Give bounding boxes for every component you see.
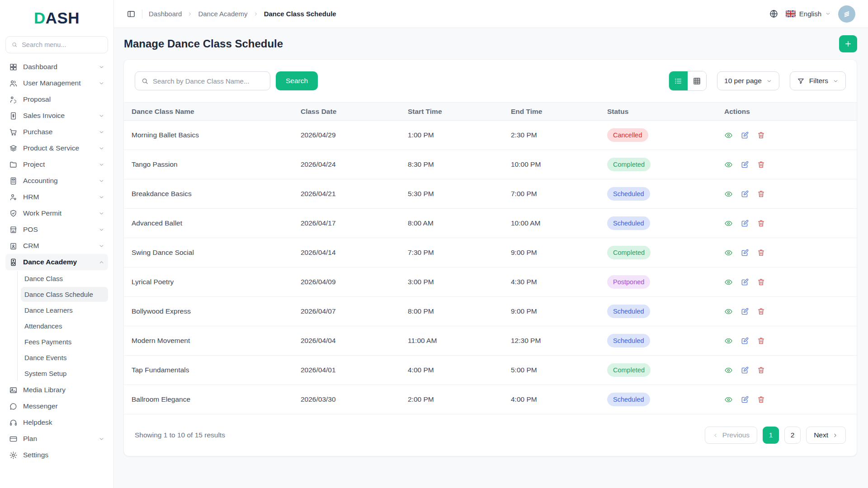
- sidebar-subitem-dance-class[interactable]: Dance Class: [21, 271, 108, 286]
- previous-page-button[interactable]: Previous: [705, 427, 757, 444]
- chevron-down-icon: [99, 145, 104, 151]
- chat-icon: [9, 402, 18, 411]
- globe-icon[interactable]: [769, 9, 778, 19]
- trash-icon: [757, 307, 765, 316]
- cell-end-time: 10:00 AM: [504, 209, 600, 238]
- grid-view-button[interactable]: [688, 71, 706, 90]
- sidebar-item-work-permit[interactable]: Work Permit: [5, 205, 108, 221]
- cell-start-time: 1:00 PM: [401, 121, 504, 150]
- view-button[interactable]: [724, 395, 733, 404]
- sidebar-item-purchase[interactable]: Purchase: [5, 124, 108, 140]
- cell-class-date: 2026/04/14: [293, 238, 401, 267]
- edit-button[interactable]: [741, 131, 749, 140]
- breadcrumb-item-dance-academy[interactable]: Dance Academy: [198, 10, 247, 18]
- sidebar-item-helpdesk[interactable]: Helpdesk: [5, 414, 108, 431]
- sidebar-item-dance-academy[interactable]: Dance Academy: [5, 254, 108, 270]
- sidebar-item-accounting[interactable]: Accounting: [5, 173, 108, 189]
- sidebar-item-label: Helpdesk: [23, 418, 52, 427]
- cell-start-time: 11:00 AM: [401, 326, 504, 356]
- search-button[interactable]: Search: [276, 71, 318, 90]
- view-button[interactable]: [724, 219, 733, 228]
- next-page-button[interactable]: Next: [806, 427, 846, 444]
- sidebar-item-project[interactable]: Project: [5, 156, 108, 173]
- view-button[interactable]: [724, 190, 733, 198]
- sidebar-search-input[interactable]: [22, 41, 102, 48]
- chevron-down-icon: [99, 80, 104, 86]
- sidebar-item-label: Proposal: [23, 95, 51, 103]
- edit-button[interactable]: [741, 307, 749, 316]
- sidebar-item-plan[interactable]: Plan: [5, 431, 108, 447]
- sidebar-toggle-icon[interactable]: [127, 9, 136, 19]
- view-button[interactable]: [724, 278, 733, 286]
- sidebar-item-proposal[interactable]: Proposal: [5, 91, 108, 108]
- view-button[interactable]: [724, 337, 733, 345]
- status-badge: Scheduled: [607, 393, 650, 406]
- breadcrumb-item-dashboard[interactable]: Dashboard: [149, 10, 182, 18]
- delete-button[interactable]: [757, 131, 765, 140]
- sidebar-item-messenger[interactable]: Messenger: [5, 398, 108, 414]
- sidebar-subitem-dance-events[interactable]: Dance Events: [21, 350, 108, 365]
- cell-start-time: 8:00 PM: [401, 297, 504, 326]
- sidebar-subitem-system-setup[interactable]: System Setup: [21, 366, 108, 381]
- sidebar-item-label: Sales Invoice: [23, 112, 65, 120]
- cell-end-time: 9:00 PM: [504, 238, 600, 267]
- sidebar-subitem-dance-class-schedule[interactable]: Dance Class Schedule: [21, 287, 108, 302]
- sidebar-item-user-management[interactable]: User Management: [5, 75, 108, 91]
- sidebar-subitem-fees-payments[interactable]: Fees Payments: [21, 334, 108, 349]
- edit-button[interactable]: [741, 395, 749, 404]
- eye-icon: [724, 337, 733, 345]
- edit-button[interactable]: [741, 366, 749, 375]
- edit-icon: [741, 190, 749, 198]
- view-button[interactable]: [724, 307, 733, 316]
- delete-button[interactable]: [757, 395, 765, 404]
- edit-button[interactable]: [741, 190, 749, 198]
- page-button-2[interactable]: 2: [784, 427, 801, 444]
- add-schedule-button[interactable]: [839, 35, 857, 52]
- cell-class-date: 2026/04/09: [293, 267, 401, 297]
- sidebar-item-hrm[interactable]: HRM: [5, 189, 108, 205]
- delete-button[interactable]: [757, 278, 765, 286]
- sidebar-item-settings[interactable]: Settings: [5, 447, 108, 463]
- avatar[interactable]: [838, 5, 855, 23]
- delete-button[interactable]: [757, 249, 765, 257]
- edit-button[interactable]: [741, 160, 749, 169]
- view-button[interactable]: [724, 249, 733, 257]
- view-button[interactable]: [724, 131, 733, 140]
- edit-button[interactable]: [741, 219, 749, 228]
- sidebar-item-crm[interactable]: CRM: [5, 238, 108, 254]
- delete-button[interactable]: [757, 190, 765, 198]
- sidebar-subitem-attendances[interactable]: Attendances: [21, 319, 108, 333]
- delete-button[interactable]: [757, 366, 765, 375]
- view-button[interactable]: [724, 366, 733, 375]
- delete-button[interactable]: [757, 307, 765, 316]
- language-selector[interactable]: English: [786, 10, 831, 18]
- sidebar-item-dashboard[interactable]: Dashboard: [5, 59, 108, 75]
- cell-actions: [717, 356, 857, 385]
- filters-button[interactable]: Filters: [790, 71, 846, 90]
- sidebar-item-sales-invoice[interactable]: Sales Invoice: [5, 108, 108, 124]
- cell-class-date: 2026/04/01: [293, 356, 401, 385]
- edit-button[interactable]: [741, 278, 749, 286]
- sidebar-item-media-library[interactable]: Media Library: [5, 382, 108, 398]
- page-button-1[interactable]: 1: [763, 427, 779, 444]
- list-icon: [674, 77, 683, 85]
- cell-class-name: Tap Fundamentals: [124, 356, 293, 385]
- table-row: Lyrical Poetry 2026/04/09 3:00 PM 4:30 P…: [124, 267, 857, 297]
- delete-button[interactable]: [757, 337, 765, 345]
- sidebar-item-product-service[interactable]: Product & Service: [5, 140, 108, 156]
- view-button[interactable]: [724, 160, 733, 169]
- edit-button[interactable]: [741, 337, 749, 345]
- list-view-button[interactable]: [669, 71, 688, 90]
- cell-end-time: 2:30 PM: [504, 121, 600, 150]
- sidebar-item-pos[interactable]: POS: [5, 221, 108, 238]
- eye-icon: [724, 395, 733, 404]
- cell-end-time: 10:00 PM: [504, 150, 600, 179]
- delete-button[interactable]: [757, 219, 765, 228]
- table-search-input[interactable]: [153, 77, 264, 85]
- edit-button[interactable]: [741, 249, 749, 257]
- eye-icon: [724, 160, 733, 169]
- sidebar-subitem-dance-learners[interactable]: Dance Learners: [21, 303, 108, 318]
- delete-button[interactable]: [757, 160, 765, 169]
- eye-icon: [724, 307, 733, 316]
- per-page-select[interactable]: 10 per page: [717, 71, 779, 90]
